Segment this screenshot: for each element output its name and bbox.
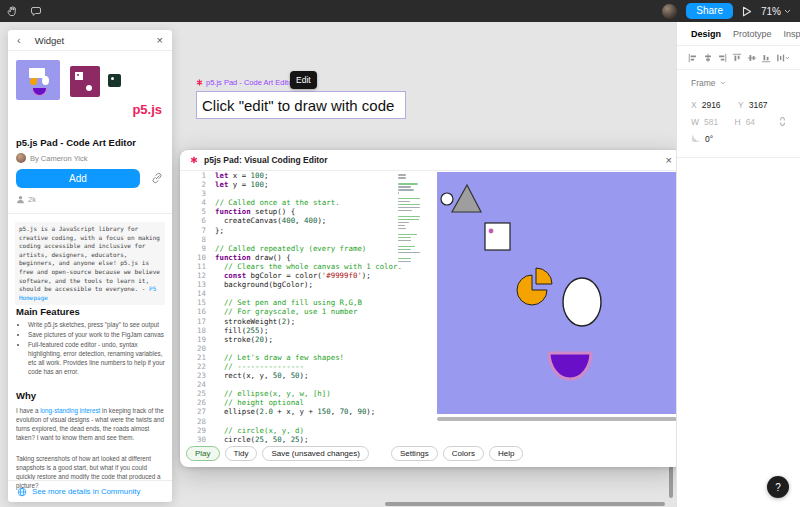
constrain-proportions-button[interactable]: [778, 116, 787, 127]
code-line[interactable]: 20: [186, 344, 398, 353]
code-line[interactable]: 11 // Clears the whole canvas with 1 col…: [186, 262, 398, 271]
code-line[interactable]: 13 background(bgColor);: [186, 280, 398, 289]
p5-asterisk-icon: [190, 156, 198, 164]
frame-label: Frame: [691, 78, 716, 88]
line-number: 26: [186, 398, 215, 407]
code-line[interactable]: 28: [186, 417, 398, 426]
present-button[interactable]: [742, 6, 752, 17]
copy-link-button[interactable]: [151, 172, 163, 184]
align-right-button[interactable]: [717, 53, 727, 63]
preview-horizontal-scrollbar[interactable]: [437, 417, 677, 421]
tab-design[interactable]: Design: [691, 29, 721, 39]
code-line[interactable]: 19 stroke(20);: [186, 335, 398, 344]
align-v-center-icon: [747, 53, 757, 63]
code-line[interactable]: 18 fill(255);: [186, 326, 398, 335]
code-line[interactable]: 1 let x = 100;: [186, 171, 398, 180]
code-editor[interactable]: 1 let x = 100; 2 let y = 100; 3 4 // Cal…: [186, 171, 398, 444]
code-line[interactable]: 6 createCanvas(400, 400);: [186, 216, 398, 225]
play-button[interactable]: Play: [186, 446, 220, 461]
author-name[interactable]: By Cameron Yick: [30, 154, 88, 163]
code-line[interactable]: 15 // Set pen and fill using R,G,B: [186, 298, 398, 307]
add-widget-button[interactable]: Add: [16, 169, 140, 188]
edit-button[interactable]: Edit: [290, 71, 317, 89]
line-number: 11: [186, 262, 215, 271]
canvas-horizontal-scrollbar[interactable]: [385, 502, 665, 506]
rotation-field[interactable]: 0°: [691, 134, 738, 144]
line-content: circle(25, 50, 25);: [215, 435, 308, 444]
save-button[interactable]: Save (unsaved changes): [262, 446, 369, 461]
code-line[interactable]: 14: [186, 289, 398, 298]
line-content: function setup() {: [215, 207, 295, 216]
interest-link[interactable]: long-standing interest: [40, 407, 100, 414]
author-avatar: [16, 153, 26, 163]
code-line[interactable]: 26 // height optional: [186, 398, 398, 407]
code-line[interactable]: 16 // For grayscale, use 1 number: [186, 307, 398, 316]
sketch-preview-canvas[interactable]: [437, 172, 677, 414]
code-minimap[interactable]: [398, 174, 422, 264]
code-line[interactable]: 25 // ellipse(x, y, w, [h]): [186, 389, 398, 398]
zoom-menu[interactable]: 71%: [761, 6, 791, 17]
width-field[interactable]: W 581: [691, 117, 735, 127]
comment-icon: [30, 5, 42, 17]
line-content: // ---------------: [215, 362, 304, 371]
feature-item: Write p5.js sketches, press "play" to se…: [28, 320, 168, 329]
height-field[interactable]: H 64: [735, 117, 779, 127]
help-button[interactable]: ?: [767, 476, 789, 498]
tidy-button[interactable]: Tidy: [225, 446, 258, 461]
code-line[interactable]: 17 strokeWeight(2);: [186, 317, 398, 326]
feature-item: Save pictures of your work to the FigJam…: [28, 330, 168, 339]
settings-button[interactable]: Settings: [391, 446, 438, 461]
line-number: 30: [186, 435, 215, 444]
x-position-field[interactable]: X 2916: [691, 100, 738, 110]
features-list: Write p5.js sketches, press "play" to se…: [16, 320, 168, 377]
widget-author: By Cameron Yick: [16, 153, 88, 163]
tab-prototype[interactable]: Prototype: [733, 29, 772, 39]
widget-thumbnail-2[interactable]: [70, 66, 100, 97]
tab-inspect[interactable]: Inspect: [784, 29, 800, 39]
back-chevron-icon[interactable]: ‹: [17, 34, 21, 46]
colors-button[interactable]: Colors: [443, 446, 484, 461]
code-line[interactable]: 9 // Called repeatedly (every frame): [186, 244, 398, 253]
code-line[interactable]: 12 const bgColor = color('#9999f0');: [186, 271, 398, 280]
code-line[interactable]: 23 rect(x, y, 50, 50);: [186, 371, 398, 380]
p5-asterisk-icon: [196, 79, 203, 86]
code-line[interactable]: 2 let y = 100;: [186, 180, 398, 189]
code-line[interactable]: 30 circle(25, 50, 25);: [186, 435, 398, 444]
distribute-more-button[interactable]: [776, 53, 790, 63]
line-content: // For grayscale, use 1 number: [215, 307, 357, 316]
share-button[interactable]: Share: [686, 3, 733, 19]
code-line[interactable]: 21 // Let's draw a few shapes!: [186, 353, 398, 362]
code-line[interactable]: 10 function draw() {: [186, 253, 398, 262]
code-line[interactable]: 8: [186, 235, 398, 244]
frame-section-header[interactable]: Frame: [691, 78, 787, 88]
line-number: 12: [186, 271, 215, 280]
align-top-button[interactable]: [732, 53, 742, 63]
close-icon[interactable]: ×: [157, 34, 163, 46]
code-line[interactable]: 22 // ---------------: [186, 362, 398, 371]
align-vertical-center-button[interactable]: [747, 53, 757, 63]
code-line[interactable]: 5 function setup() {: [186, 207, 398, 216]
thumb-shape: [30, 78, 37, 85]
p5-widget-frame[interactable]: Click "edit" to draw with code: [196, 91, 406, 119]
user-avatar[interactable]: [662, 4, 677, 19]
align-top-icon: [732, 53, 742, 63]
help-button-modal[interactable]: Help: [489, 446, 523, 461]
align-bottom-button[interactable]: [761, 53, 771, 63]
code-line[interactable]: 24: [186, 380, 398, 389]
widget-thumbnail-3[interactable]: [108, 74, 121, 87]
align-left-button[interactable]: [688, 53, 698, 63]
code-line[interactable]: 7 };: [186, 226, 398, 235]
comment-tool-button[interactable]: [24, 0, 48, 22]
code-line[interactable]: 3: [186, 189, 398, 198]
community-link[interactable]: See more details in Community: [32, 487, 140, 496]
code-line[interactable]: 29 // circle(x, y, d): [186, 426, 398, 435]
close-icon[interactable]: ×: [666, 154, 672, 166]
y-position-field[interactable]: Y 3167: [738, 100, 785, 110]
code-line[interactable]: 27 ellipse(2.0 + x, y + 150, 70, 90);: [186, 407, 398, 416]
align-horizontal-center-button[interactable]: [703, 53, 713, 63]
widget-thumbnail-1[interactable]: [16, 60, 60, 100]
code-line[interactable]: 4 // Called once at the start.: [186, 198, 398, 207]
thumb-shape: [111, 77, 114, 80]
hand-tool-button[interactable]: [0, 0, 24, 22]
play-icon: [742, 6, 752, 17]
